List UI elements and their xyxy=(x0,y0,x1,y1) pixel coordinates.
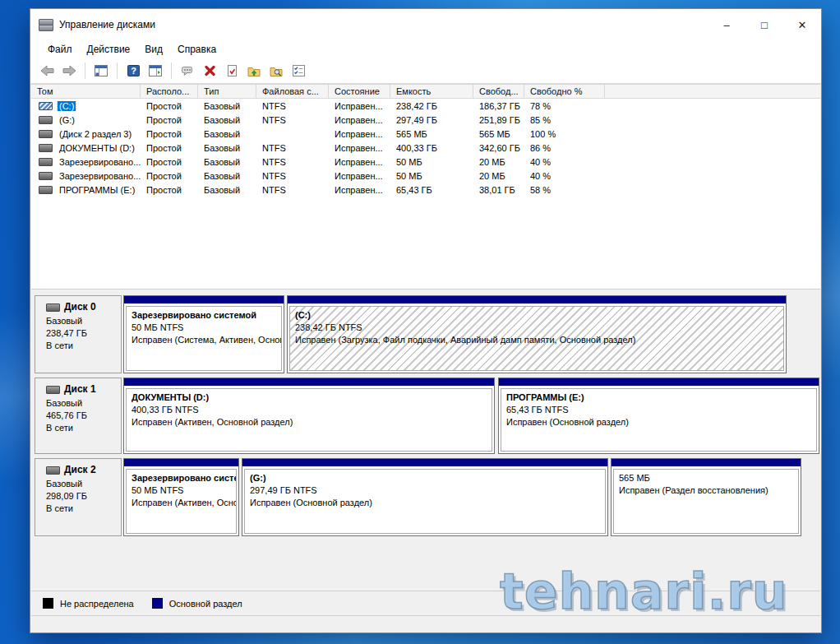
cell-capacity: 65,43 ГБ xyxy=(390,185,473,195)
partition-d[interactable]: ДОКУМЕНТЫ (D:) 400,33 ГБ NTFS Исправен (… xyxy=(123,378,495,454)
partition-title: Зарезервировано системой xyxy=(132,472,231,484)
partition-status: Исправен (Раздел восстановления) xyxy=(619,484,793,497)
task-list-icon[interactable] xyxy=(289,62,307,80)
properties-icon[interactable] xyxy=(178,62,196,80)
volume-name[interactable]: Зарезервировано... xyxy=(58,171,141,181)
disk-row-2: Диск 2 Базовый 298,09 ГБ В сети Зарезерв… xyxy=(31,458,820,536)
column-header-free[interactable]: Свобод... xyxy=(473,85,524,98)
disk-0-label[interactable]: Диск 0 Базовый 238,47 ГБ В сети xyxy=(35,295,122,373)
volume-name[interactable]: (C:) xyxy=(58,101,76,111)
cell-type: Базовый xyxy=(198,157,256,167)
partition-status: Исправен (Активен, Основной раздел) xyxy=(132,416,487,429)
check-document-icon[interactable] xyxy=(223,62,241,80)
partition-title: Зарезервировано системой xyxy=(132,309,276,322)
cell-layout: Простой xyxy=(141,115,198,125)
partition-system-reserved-disk0[interactable]: Зарезервировано системой 50 МБ NTFS Испр… xyxy=(123,295,284,373)
partition-title: (G:) xyxy=(250,472,600,484)
close-button[interactable]: ✕ xyxy=(783,9,821,40)
menu-view[interactable]: Вид xyxy=(137,42,170,57)
cell-capacity: 50 МБ xyxy=(390,171,473,181)
cell-type: Базовый xyxy=(198,185,256,195)
cell-fs: NTFS xyxy=(256,171,329,181)
column-header-layout[interactable]: Располо... xyxy=(141,85,198,98)
column-header-filler xyxy=(605,85,820,98)
minimize-button[interactable]: – xyxy=(708,9,745,40)
menu-help[interactable]: Справка xyxy=(170,42,224,57)
partition-color-bar xyxy=(288,296,786,303)
table-row-g[interactable]: (G:) Простой Базовый NTFS Исправен... 29… xyxy=(31,113,820,127)
table-row-disk2-part3[interactable]: (Диск 2 раздел 3) Простой Базовый Исправ… xyxy=(31,127,820,141)
volume-name[interactable]: Зарезервировано... xyxy=(58,157,141,167)
cell-free-pct: 100 % xyxy=(524,129,605,139)
table-row-d[interactable]: ДОКУМЕНТЫ (D:) Простой Базовый NTFS Испр… xyxy=(31,141,820,155)
folder-open-icon[interactable] xyxy=(245,62,263,80)
disk-type: Базовый xyxy=(46,478,121,490)
partition-title: ДОКУМЕНТЫ (D:) xyxy=(132,391,487,404)
cell-fs: NTFS xyxy=(256,101,329,111)
disk-size: 238,47 ГБ xyxy=(46,327,121,340)
legend-primary-partition: Основной раздел xyxy=(152,598,242,609)
cell-status: Исправен... xyxy=(329,171,390,181)
toolbar-separator xyxy=(85,63,85,79)
table-row-c[interactable]: (C:) Простой Базовый NTFS Исправен... 23… xyxy=(31,99,820,113)
partition-color-bar xyxy=(124,296,284,303)
title-bar[interactable]: Управление дисками – □ ✕ xyxy=(30,9,821,40)
back-icon[interactable] xyxy=(38,62,56,80)
partition-size: 50 МБ NTFS xyxy=(132,322,276,334)
menu-action[interactable]: Действие xyxy=(80,42,138,57)
column-header-type[interactable]: Тип xyxy=(198,85,256,98)
volume-name[interactable]: ДОКУМЕНТЫ (D:) xyxy=(58,143,136,153)
partition-size: 50 МБ NTFS xyxy=(132,484,231,497)
partition-status: Исправен (Система, Активен, Основной раз… xyxy=(132,334,276,346)
folder-explore-icon[interactable] xyxy=(267,62,285,80)
forward-icon[interactable] xyxy=(60,62,78,80)
partition-title: ПРОГРАММЫ (E:) xyxy=(506,391,811,404)
partition-c[interactable]: (C:) 238,42 ГБ NTFS Исправен (Загрузка, … xyxy=(287,295,787,373)
disk-row-0: Диск 0 Базовый 238,47 ГБ В сети Зарезерв… xyxy=(31,295,820,373)
table-row-e[interactable]: ПРОГРАММЫ (E:) Простой Базовый NTFS Испр… xyxy=(31,183,820,197)
volume-icon xyxy=(39,144,53,152)
disk-2-label[interactable]: Диск 2 Базовый 298,09 ГБ В сети xyxy=(35,458,122,536)
cell-status: Исправен... xyxy=(329,143,390,153)
partition-recovery[interactable]: 565 МБ Исправен (Раздел восстановления) xyxy=(611,458,801,536)
disk-name: Диск 0 xyxy=(64,301,96,313)
partition-g[interactable]: (G:) 297,49 ГБ NTFS Исправен (Основной р… xyxy=(242,458,608,536)
cell-layout: Простой xyxy=(141,185,198,195)
partition-system-reserved-disk2[interactable]: Зарезервировано системой 50 МБ NTFS Испр… xyxy=(123,458,239,536)
partition-status: Исправен (Активен, Основной раздел) xyxy=(132,497,231,509)
table-row-reserved-1[interactable]: Зарезервировано... Простой Базовый NTFS … xyxy=(31,155,820,169)
delete-volume-icon[interactable] xyxy=(201,62,219,80)
show-console-tree-icon[interactable] xyxy=(92,62,110,80)
partition-color-bar xyxy=(242,459,607,466)
menu-file[interactable]: Файл xyxy=(40,42,80,57)
column-header-status[interactable]: Состояние xyxy=(329,85,390,98)
cell-free: 251,89 ГБ xyxy=(473,115,524,125)
disk-type: Базовый xyxy=(46,315,121,327)
show-action-pane-icon[interactable] xyxy=(146,62,164,80)
volume-icon xyxy=(39,172,53,180)
volume-name[interactable]: ПРОГРАММЫ (E:) xyxy=(58,185,136,195)
disk-size: 465,76 ГБ xyxy=(46,410,121,422)
cell-layout: Простой xyxy=(141,157,198,167)
volume-name[interactable]: (Диск 2 раздел 3) xyxy=(58,129,133,139)
column-header-filesystem[interactable]: Файловая с... xyxy=(256,85,329,98)
partition-color-bar xyxy=(612,459,801,466)
toolbar-separator xyxy=(117,63,118,79)
disk-1-label[interactable]: Диск 1 Базовый 465,76 ГБ В сети xyxy=(35,378,122,454)
table-row-reserved-2[interactable]: Зарезервировано... Простой Базовый NTFS … xyxy=(31,169,820,183)
disk-status: В сети xyxy=(46,340,121,352)
partition-status: Исправен (Основной раздел) xyxy=(506,416,811,429)
partition-e[interactable]: ПРОГРАММЫ (E:) 65,43 ГБ NTFS Исправен (О… xyxy=(498,378,819,454)
cell-layout: Простой xyxy=(141,101,198,111)
column-header-volume[interactable]: Том xyxy=(31,85,141,98)
legend-bar: Не распределена Основной раздел xyxy=(31,591,820,615)
disk-icon xyxy=(46,466,60,475)
help-icon[interactable]: ? xyxy=(124,62,142,80)
disk-status: В сети xyxy=(46,503,121,515)
column-header-capacity[interactable]: Емкость xyxy=(390,85,473,98)
partition-color-bar xyxy=(499,378,819,386)
column-header-free-pct[interactable]: Свободно % xyxy=(524,85,605,98)
maximize-button[interactable]: □ xyxy=(745,9,783,40)
volume-name[interactable]: (G:) xyxy=(58,115,76,125)
cell-capacity: 238,42 ГБ xyxy=(390,101,473,111)
